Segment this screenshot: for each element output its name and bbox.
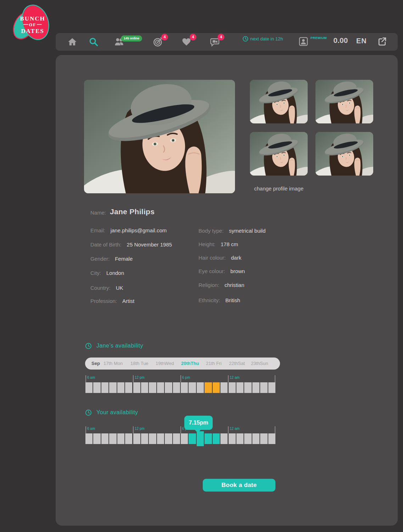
profile-photo-main xyxy=(84,80,235,193)
time-slot[interactable] xyxy=(189,433,196,444)
time-slot[interactable] xyxy=(236,382,244,393)
time-slot[interactable] xyxy=(125,433,132,444)
account-balance: 0.00 xyxy=(330,36,352,45)
time-slot[interactable] xyxy=(93,382,100,393)
time-slot[interactable] xyxy=(133,382,140,393)
profile-button[interactable] xyxy=(298,37,308,46)
time-slot[interactable] xyxy=(165,433,172,444)
field-value: 178 cm xyxy=(221,241,238,247)
time-slot[interactable] xyxy=(117,433,124,444)
jane-availability-title: Jane’s availability xyxy=(96,343,143,349)
time-slot[interactable] xyxy=(252,433,259,444)
field-value: symetrical build xyxy=(229,228,265,234)
time-slot[interactable] xyxy=(205,382,212,393)
logo-text-line3: Dates xyxy=(21,28,44,34)
time-slot[interactable] xyxy=(133,433,140,444)
profile-photo-thumb-4[interactable] xyxy=(315,132,373,176)
time-slot[interactable] xyxy=(260,433,267,444)
time-slot[interactable] xyxy=(117,382,124,393)
field-label: Body type: xyxy=(198,228,224,234)
online-count-badge[interactable]: 145 online xyxy=(121,35,142,41)
time-slot[interactable] xyxy=(85,382,93,393)
search-button[interactable] xyxy=(89,37,99,47)
time-slot[interactable] xyxy=(205,433,212,444)
week-day-tab[interactable]: 19thWed xyxy=(156,361,174,366)
profile-field-row: Religion:christian xyxy=(198,282,244,288)
field-value: Artist xyxy=(122,298,134,304)
time-slot[interactable] xyxy=(181,433,188,444)
time-slot[interactable] xyxy=(220,382,228,393)
week-selector: Sep17th Mon18th Tue19thWed20thThu21th Fr… xyxy=(85,358,280,370)
profile-photo-thumb-2[interactable] xyxy=(315,80,373,123)
time-slot[interactable] xyxy=(236,433,244,444)
your-availability-title: Your availability xyxy=(96,409,138,416)
field-label: Height: xyxy=(198,241,216,247)
field-label: Date of Birth: xyxy=(90,242,122,248)
time-slot[interactable] xyxy=(165,382,172,393)
time-slot[interactable] xyxy=(93,433,100,444)
time-slot[interactable] xyxy=(157,433,164,444)
brand-logo[interactable]: Bunch of Dates xyxy=(10,2,51,43)
selected-time-tooltip: 7.15pm xyxy=(184,416,213,430)
time-slot[interactable] xyxy=(229,433,236,444)
time-slot[interactable] xyxy=(197,382,204,393)
time-slot[interactable] xyxy=(213,433,220,444)
profile-photo-thumb-1[interactable] xyxy=(250,80,308,123)
timeline-hour-label: 6 am xyxy=(87,376,95,379)
logo-text-line1: Bunch xyxy=(20,15,45,22)
time-slot[interactable] xyxy=(149,433,156,444)
time-slot[interactable] xyxy=(189,382,196,393)
profile-photo-thumb-3[interactable] xyxy=(250,132,308,176)
likes-count-badge: 4 xyxy=(190,34,196,40)
profile-field-row: Ethnicity:British xyxy=(198,297,240,304)
week-day-tab[interactable]: 21th Fri xyxy=(206,361,222,366)
time-slot[interactable] xyxy=(268,382,275,393)
time-slot[interactable] xyxy=(149,382,156,393)
time-slot[interactable] xyxy=(141,382,148,393)
external-link-icon xyxy=(377,37,387,46)
time-slot[interactable] xyxy=(101,382,108,393)
page: Bunch of Dates 145 online xyxy=(0,0,403,532)
week-day-tab[interactable]: 23thSun xyxy=(251,361,268,366)
profile-field-row: Profession:Artist xyxy=(90,298,134,304)
home-button[interactable] xyxy=(67,37,77,47)
timeline-tick xyxy=(228,375,229,382)
week-day-tab[interactable]: 18th Tue xyxy=(130,361,149,366)
field-value: London xyxy=(106,270,124,276)
time-slot[interactable] xyxy=(101,433,108,444)
logout-button[interactable] xyxy=(377,37,387,46)
book-a-date-button[interactable]: Book a date xyxy=(203,479,275,492)
time-slot[interactable] xyxy=(197,431,204,446)
name-field-label: Name: xyxy=(90,210,106,216)
time-slot[interactable] xyxy=(229,382,236,393)
time-slot[interactable] xyxy=(244,433,251,444)
time-slot[interactable] xyxy=(109,382,116,393)
time-slot[interactable] xyxy=(173,382,180,393)
time-slot[interactable] xyxy=(181,382,188,393)
time-slot[interactable] xyxy=(157,382,164,393)
week-day-tab[interactable]: 22thSat xyxy=(229,361,245,366)
time-slot[interactable] xyxy=(141,433,148,444)
change-profile-image-link[interactable]: change profile image xyxy=(254,185,303,192)
week-day-tab[interactable]: 20thThu xyxy=(181,361,199,366)
timeline-tick xyxy=(85,375,86,382)
week-day-tab[interactable]: 17th Mon xyxy=(103,361,123,366)
time-slot[interactable] xyxy=(244,382,251,393)
time-slot[interactable] xyxy=(85,433,93,444)
timeline-hour-label: 12 pm xyxy=(135,427,145,431)
time-slot[interactable] xyxy=(268,433,275,444)
time-slot[interactable] xyxy=(173,433,180,444)
time-slot[interactable] xyxy=(213,382,220,393)
field-label: Profession: xyxy=(90,298,117,304)
time-slot[interactable] xyxy=(109,433,116,444)
time-slot[interactable] xyxy=(252,382,259,393)
your-availability-clock-icon xyxy=(85,409,92,416)
time-slot[interactable] xyxy=(125,382,132,393)
tooltip-pointer xyxy=(195,430,201,433)
time-slot[interactable] xyxy=(220,433,228,444)
time-slot[interactable] xyxy=(260,382,267,393)
field-label: Religion: xyxy=(198,282,219,288)
language-selector[interactable]: EN xyxy=(356,37,367,45)
profile-field-row: Height:178 cm xyxy=(198,241,238,248)
timeline-hour-label: 6 pm xyxy=(182,376,190,379)
